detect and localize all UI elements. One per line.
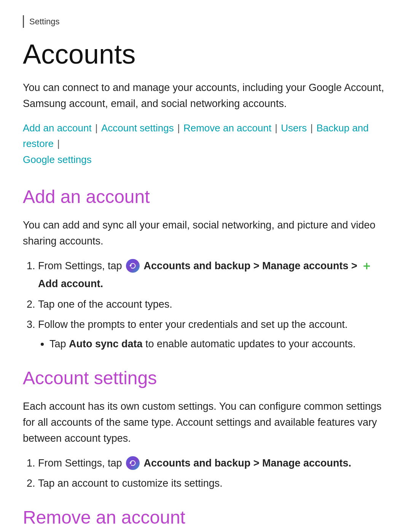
- nav-link-users[interactable]: Users: [281, 122, 307, 134]
- settings-breadcrumb: Settings: [23, 15, 388, 28]
- accounts-backup-icon: [126, 259, 140, 273]
- nav-links: Add an account | Account settings | Remo…: [23, 120, 388, 168]
- accounts-backup-icon-2: [126, 456, 140, 470]
- nav-link-account-settings[interactable]: Account settings: [101, 122, 174, 134]
- step-3-add-account: Follow the prompts to enter your credent…: [38, 316, 388, 352]
- intro-text: You can connect to and manage your accou…: [23, 80, 388, 112]
- nav-link-remove-account[interactable]: Remove an account: [183, 122, 271, 134]
- page-title: Accounts: [23, 39, 388, 69]
- step-2-add-account: Tap one of the account types.: [38, 296, 388, 313]
- plus-icon: ＋: [361, 257, 372, 275]
- section-add-account: Add an account You can add and sync all …: [23, 183, 388, 352]
- section-title-account-settings: Account settings: [23, 364, 388, 392]
- step-1-add-account: From Settings, tap Accounts and backup >…: [38, 257, 388, 292]
- steps-list-add-account: From Settings, tap Accounts and backup >…: [38, 257, 388, 352]
- nav-link-google-settings[interactable]: Google settings: [23, 154, 92, 165]
- section-title-remove-account: Remove an account: [23, 504, 388, 531]
- section-account-settings: Account settings Each account has its ow…: [23, 364, 388, 492]
- step-2-account-settings: Tap an account to customize its settings…: [38, 475, 388, 492]
- step-1-account-settings: From Settings, tap Accounts and backup >…: [38, 455, 388, 471]
- section-remove-account: Remove an account You can remove account…: [23, 504, 388, 532]
- nav-link-add-account[interactable]: Add an account: [23, 122, 92, 134]
- sub-step-auto-sync: Tap Auto sync data to enable automatic u…: [49, 336, 388, 352]
- section-desc-account-settings: Each account has its own custom settings…: [23, 399, 388, 447]
- section-desc-add-account: You can add and sync all your email, soc…: [23, 217, 388, 249]
- section-title-add-account: Add an account: [23, 183, 388, 211]
- steps-list-account-settings: From Settings, tap Accounts and backup >…: [38, 455, 388, 492]
- sub-bullet-auto-sync: Tap Auto sync data to enable automatic u…: [49, 336, 388, 352]
